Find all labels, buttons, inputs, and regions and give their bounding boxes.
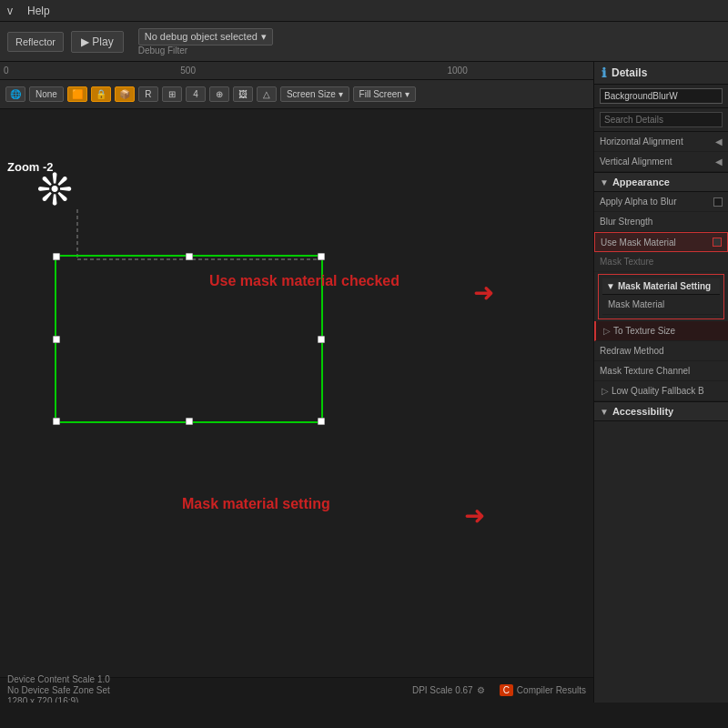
- canvas-area: Zoom -2 ❊ Use mask material checked: [0, 109, 593, 703]
- debug-filter-area: No debug object selected ▾ Debug Filter: [138, 28, 273, 56]
- to-texture-size-label: To Texture Size: [613, 326, 723, 336]
- menu-item-v[interactable]: v: [7, 5, 13, 17]
- prop-apply-alpha-blur[interactable]: Apply Alpha to Blur: [594, 192, 728, 212]
- prop-low-quality-fallback[interactable]: ▷ Low Quality Fallback B: [594, 381, 728, 401]
- handle-tl[interactable]: [53, 253, 60, 260]
- mask-texture-channel-label: Mask Texture Channel: [600, 366, 723, 376]
- img-btn2[interactable]: △: [257, 86, 277, 102]
- safe-zone-label: No Device Safe Zone Set: [7, 685, 110, 695]
- play-button[interactable]: ▶ Play: [71, 31, 124, 53]
- grid-button[interactable]: ⊞: [162, 86, 182, 102]
- widget-name-input[interactable]: [600, 88, 723, 104]
- redraw-method-label: Redraw Method: [600, 346, 723, 356]
- search-row: [594, 108, 728, 132]
- accessibility-label: Accessibility: [612, 406, 673, 417]
- status-bar: Device Content Scale 1.0 No Device Safe …: [0, 677, 593, 703]
- ruler-marks: 500 1000: [55, 66, 593, 76]
- dpi-area: DPI Scale 0.67 ⚙: [412, 685, 485, 695]
- apply-alpha-blur-checkbox[interactable]: [713, 197, 723, 207]
- reflector-button[interactable]: Reflector: [7, 32, 64, 52]
- debug-object-label: No debug object selected: [145, 31, 258, 42]
- main-layout: 0 500 1000 🌐 None 🟧 🔒 📦 R ⊞ 4 ⊕ 🖼 △ Scre…: [0, 62, 728, 703]
- device-scale-label: Device Content Scale 1.0: [7, 674, 110, 684]
- prop-mask-material[interactable]: Mask Material: [602, 295, 720, 315]
- arrow-2: ➜: [464, 500, 485, 531]
- prop-mask-texture[interactable]: Mask Texture: [594, 252, 728, 272]
- va-arrow: ◀: [715, 157, 723, 167]
- snowflake-widget: ❊: [36, 164, 73, 215]
- accessibility-section: ▼ Accessibility: [594, 401, 728, 421]
- num4-button[interactable]: 4: [186, 86, 206, 102]
- mask-material-setting-box: ▼ Mask Material Setting Mask Material: [598, 274, 724, 319]
- gear-icon[interactable]: ⚙: [477, 685, 485, 695]
- vertical-alignment-label: Vertical Alignment: [600, 157, 713, 167]
- viewport-toolbar: 🌐 None 🟧 🔒 📦 R ⊞ 4 ⊕ 🖼 △ Screen Size ▾ F…: [0, 80, 593, 109]
- compiler-icon: C: [500, 684, 513, 696]
- move-button[interactable]: ⊕: [209, 86, 229, 102]
- r-button[interactable]: R: [138, 86, 158, 102]
- prop-horizontal-alignment[interactable]: Horizontal Alignment ◀: [594, 132, 728, 152]
- lq-arrow: ▷: [602, 386, 609, 396]
- use-mask-material-label: Use Mask Material: [601, 238, 709, 248]
- appearance-label: Appearance: [612, 177, 670, 187]
- mask-material-setting-header: ▼ Mask Material Setting: [602, 278, 720, 295]
- menu-bar: v Help: [0, 0, 728, 22]
- compiler-label: Compiler Results: [517, 685, 586, 695]
- prop-mask-texture-channel[interactable]: Mask Texture Channel: [594, 361, 728, 381]
- menu-item-help[interactable]: Help: [27, 5, 50, 17]
- ha-arrow: ◀: [715, 136, 723, 147]
- annotation-use-mask: Use mask material checked: [209, 273, 399, 289]
- img-btn1[interactable]: 🖼: [233, 86, 253, 102]
- debug-filter-label: Debug Filter: [138, 46, 273, 56]
- viewport[interactable]: 0 500 1000 🌐 None 🟧 🔒 📦 R ⊞ 4 ⊕ 🖼 △ Scre…: [0, 62, 593, 703]
- panel-title: Details: [612, 66, 647, 79]
- handle-br[interactable]: [318, 418, 325, 425]
- fill-screen-button[interactable]: Fill Screen ▾: [353, 86, 416, 102]
- appearance-section: ▼ Appearance: [594, 172, 728, 192]
- to-texture-arrow: ▷: [603, 326, 611, 336]
- mask-texture-label: Mask Texture: [600, 257, 723, 267]
- name-input-row: [594, 85, 728, 108]
- status-info: Device Content Scale 1.0 No Device Safe …: [7, 674, 110, 703]
- ruler-top: 0 500 1000: [0, 62, 593, 80]
- annotation-mask-setting: Mask material setting: [182, 496, 330, 512]
- mask-mat-arrow: ▼: [606, 281, 615, 291]
- right-panel: ℹ Details Horizontal Alignment ◀ Vertica…: [593, 62, 728, 703]
- screen-size-button[interactable]: Screen Size ▾: [280, 86, 349, 102]
- prop-vertical-alignment[interactable]: Vertical Alignment ◀: [594, 152, 728, 172]
- handle-mr[interactable]: [318, 336, 325, 343]
- low-quality-fallback-label: Low Quality Fallback B: [612, 386, 723, 396]
- appearance-arrow: ▼: [600, 177, 609, 187]
- color-btn-3[interactable]: 📦: [115, 86, 135, 102]
- toolbar: Reflector ▶ Play No debug object selecte…: [0, 22, 728, 62]
- prop-to-texture-size[interactable]: ▷ To Texture Size: [594, 321, 728, 341]
- horizontal-alignment-label: Horizontal Alignment: [600, 136, 713, 147]
- handle-tr[interactable]: [318, 253, 325, 260]
- resolution-label: 1280 x 720 (16:9): [7, 696, 110, 703]
- panel-header: ℹ Details: [594, 62, 728, 85]
- handle-tm[interactable]: [186, 253, 193, 260]
- prop-blur-strength[interactable]: Blur Strength: [594, 212, 728, 232]
- accessibility-arrow: ▼: [600, 407, 609, 417]
- details-icon: ℹ: [602, 66, 606, 80]
- prop-redraw-method[interactable]: Redraw Method: [594, 341, 728, 361]
- use-mask-material-checkbox[interactable]: [713, 238, 722, 247]
- handle-bl[interactable]: [53, 418, 60, 425]
- handle-ml[interactable]: [53, 336, 60, 343]
- mask-material-setting-label: Mask Material Setting: [618, 281, 711, 291]
- globe-button[interactable]: 🌐: [5, 86, 25, 102]
- blur-strength-label: Blur Strength: [600, 217, 723, 227]
- search-input[interactable]: [600, 112, 723, 127]
- arrow-1: ➜: [473, 278, 494, 308]
- none-button[interactable]: None: [29, 86, 64, 102]
- color-btn-1[interactable]: 🟧: [67, 86, 87, 102]
- mask-material-label: Mask Material: [608, 299, 714, 309]
- dropdown-arrow-icon: ▾: [261, 31, 267, 43]
- compiler-results[interactable]: C Compiler Results: [500, 684, 586, 696]
- dpi-label: DPI Scale 0.67: [412, 685, 473, 695]
- prop-use-mask-material[interactable]: Use Mask Material: [594, 232, 728, 252]
- handle-bm[interactable]: [186, 418, 193, 425]
- apply-alpha-blur-label: Apply Alpha to Blur: [600, 197, 710, 207]
- debug-dropdown[interactable]: No debug object selected ▾: [138, 28, 273, 46]
- color-btn-2[interactable]: 🔒: [91, 86, 111, 102]
